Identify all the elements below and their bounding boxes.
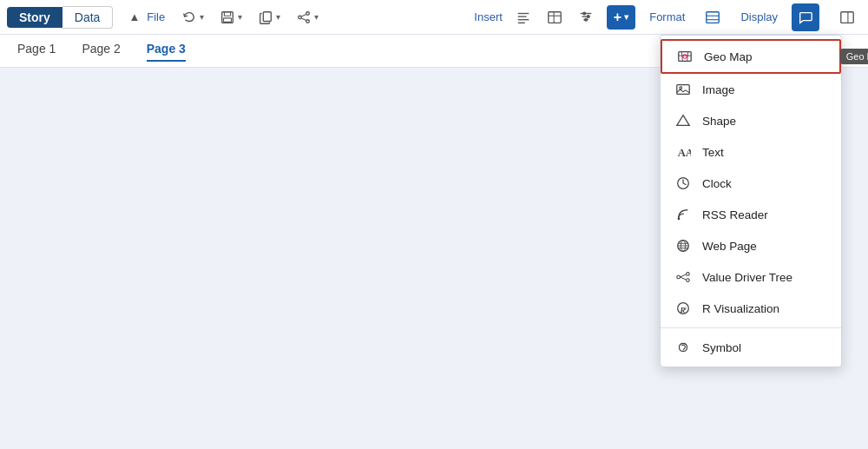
dropdown-label-web-page: Web Page bbox=[702, 240, 757, 253]
svg-text:R: R bbox=[679, 306, 685, 314]
format-icon-btn[interactable] bbox=[699, 6, 727, 29]
svg-line-46 bbox=[680, 277, 686, 280]
svg-rect-2 bbox=[224, 17, 232, 22]
dropdown-label-geo-map: Geo Map bbox=[704, 50, 753, 63]
dropdown-label-r-vis: R Visualization bbox=[702, 302, 779, 315]
dropdown-label-shape: Shape bbox=[702, 115, 736, 128]
dropdown-divider bbox=[661, 327, 841, 328]
split-screen-icon bbox=[839, 10, 855, 25]
svg-text:AA: AA bbox=[678, 147, 691, 159]
save-arrow: ▾ bbox=[238, 12, 242, 22]
rss-icon bbox=[674, 206, 692, 223]
svg-point-36 bbox=[678, 218, 681, 221]
svg-rect-27 bbox=[679, 52, 691, 62]
image-icon bbox=[674, 81, 692, 98]
add-widget-btn[interactable]: + ▾ bbox=[607, 5, 635, 30]
svg-rect-25 bbox=[841, 11, 853, 23]
share-arrow: ▾ bbox=[314, 12, 319, 22]
symbol-icon bbox=[674, 339, 692, 356]
vdt-icon bbox=[674, 268, 692, 286]
svg-marker-31 bbox=[677, 116, 689, 126]
filter-icon bbox=[578, 10, 594, 25]
svg-line-8 bbox=[302, 17, 306, 20]
svg-point-20 bbox=[587, 15, 589, 17]
page-tab-2[interactable]: Page 2 bbox=[82, 42, 120, 61]
r-vis-icon: R bbox=[674, 300, 692, 317]
dropdown-item-vdt[interactable]: Value Driver Tree bbox=[661, 261, 841, 293]
undo-arrow: ▾ bbox=[200, 12, 204, 22]
insert-toolbar bbox=[510, 6, 600, 29]
speech-bubble-icon bbox=[798, 10, 813, 25]
dropdown-label-rss: RSS Reader bbox=[702, 208, 768, 221]
copy-icon bbox=[258, 10, 273, 25]
undo-btn[interactable]: ▾ bbox=[175, 6, 210, 29]
web-page-icon bbox=[674, 237, 692, 254]
data-tab[interactable]: Data bbox=[62, 6, 114, 29]
dropdown-item-r-vis[interactable]: R R Visualization bbox=[661, 293, 841, 324]
svg-point-42 bbox=[677, 275, 681, 279]
svg-point-4 bbox=[306, 11, 310, 15]
add-arrow: ▾ bbox=[624, 12, 628, 22]
svg-line-35 bbox=[683, 183, 687, 185]
save-icon bbox=[220, 10, 235, 25]
undo-icon bbox=[181, 10, 197, 25]
page-tab-1[interactable]: Page 1 bbox=[17, 42, 56, 61]
geo-map-icon bbox=[676, 48, 694, 65]
dropdown-label-text: Text bbox=[702, 146, 724, 159]
toolbar-icons: ▾ ▾ ▾ bbox=[175, 6, 325, 29]
format-icon bbox=[705, 10, 720, 25]
dropdown-item-shape[interactable]: Shape bbox=[661, 105, 841, 136]
dropdown-item-text[interactable]: AA Text bbox=[661, 136, 841, 168]
svg-point-21 bbox=[585, 18, 588, 21]
share-btn[interactable]: ▾ bbox=[290, 6, 325, 29]
svg-point-6 bbox=[306, 19, 310, 23]
format-menu[interactable]: Format bbox=[649, 10, 685, 23]
svg-rect-13 bbox=[549, 11, 561, 23]
svg-point-19 bbox=[583, 12, 586, 15]
dropdown-label-symbol: Symbol bbox=[702, 341, 741, 354]
table-icon bbox=[547, 10, 562, 25]
text-icon: AA bbox=[674, 143, 692, 161]
svg-rect-3 bbox=[264, 11, 272, 21]
svg-point-28 bbox=[683, 55, 687, 59]
dropdown-item-symbol[interactable]: Symbol bbox=[661, 332, 841, 363]
story-data-tabs: Story Data bbox=[7, 6, 113, 29]
display-menu[interactable]: Display bbox=[740, 10, 778, 23]
text-align-icon bbox=[516, 10, 531, 25]
svg-point-30 bbox=[680, 87, 682, 89]
dropdown-item-image[interactable]: Image bbox=[661, 74, 841, 105]
dropdown-item-geo-map[interactable]: Geo Map Geo Map bbox=[661, 39, 841, 74]
filter-btn[interactable] bbox=[572, 6, 600, 29]
text-align-btn[interactable] bbox=[510, 6, 537, 29]
svg-point-5 bbox=[299, 16, 302, 19]
dropdown-label-clock: Clock bbox=[702, 177, 732, 190]
svg-rect-29 bbox=[677, 85, 689, 95]
insert-menu[interactable]: Insert bbox=[474, 10, 503, 23]
dropdown-item-clock[interactable]: Clock bbox=[661, 168, 841, 199]
collapse-icon[interactable]: ▲ bbox=[128, 10, 140, 23]
display-icon-btn[interactable] bbox=[792, 3, 819, 31]
split-screen-btn[interactable] bbox=[833, 3, 861, 31]
share-icon bbox=[296, 10, 312, 25]
story-tab[interactable]: Story bbox=[7, 7, 62, 28]
svg-point-44 bbox=[687, 279, 690, 282]
dropdown-label-vdt: Value Driver Tree bbox=[702, 271, 792, 284]
dropdown-item-web-page[interactable]: Web Page bbox=[661, 230, 841, 261]
page-tab-3[interactable]: Page 3 bbox=[147, 42, 186, 61]
format-display-group: Format Display bbox=[649, 3, 861, 31]
copy-btn[interactable]: ▾ bbox=[252, 6, 286, 29]
file-menu[interactable]: File bbox=[147, 10, 165, 23]
svg-line-7 bbox=[302, 14, 306, 17]
add-icon: + bbox=[614, 10, 621, 25]
clock-icon bbox=[674, 175, 692, 192]
shape-icon bbox=[674, 112, 692, 129]
dropdown-label-image: Image bbox=[702, 83, 735, 96]
insert-dropdown: Geo Map Geo Map Image Shape AA Text bbox=[660, 35, 842, 367]
svg-line-45 bbox=[680, 274, 686, 277]
copy-arrow: ▾ bbox=[276, 12, 280, 22]
svg-point-43 bbox=[687, 273, 690, 276]
dropdown-item-rss[interactable]: RSS Reader bbox=[661, 199, 841, 230]
save-btn[interactable]: ▾ bbox=[214, 6, 248, 29]
svg-rect-22 bbox=[707, 11, 719, 23]
table-btn[interactable] bbox=[541, 6, 569, 29]
